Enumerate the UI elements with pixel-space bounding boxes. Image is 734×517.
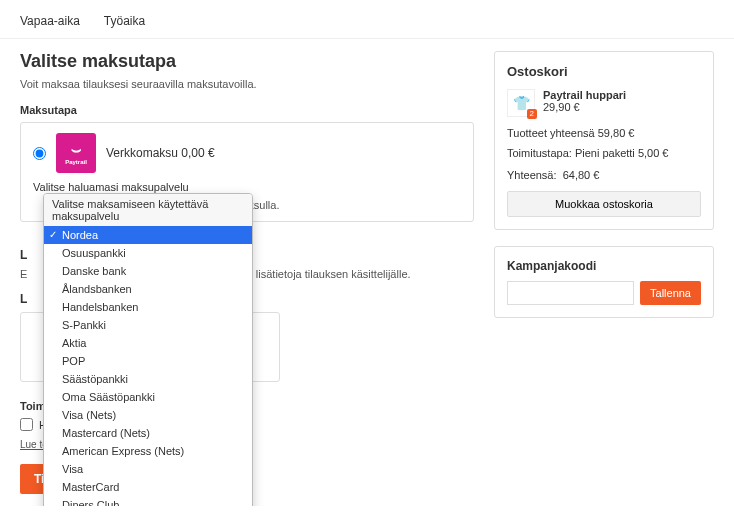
dropdown-option[interactable]: Säästöpankki [44, 370, 252, 388]
dropdown-option[interactable]: Visa (Nets) [44, 406, 252, 424]
accept-terms-checkbox[interactable] [20, 418, 33, 431]
dropdown-header: Valitse maksamiseen käytettävä maksupalv… [44, 194, 252, 226]
cart-box: Ostoskori 👕 2 Paytrail huppari 29,90 € T… [494, 51, 714, 230]
page-title: Valitse maksutapa [20, 51, 474, 72]
nav-tyoaika[interactable]: Työaika [104, 14, 145, 28]
cart-title: Ostoskori [507, 64, 701, 79]
payment-method-box: ⌣ Paytrail Verkkomaksu 0,00 € Valitse ha… [20, 122, 474, 222]
paytrail-logo-icon: ⌣ Paytrail [56, 133, 96, 173]
dropdown-option[interactable]: Nordea [44, 226, 252, 244]
cart-item-row: 👕 2 Paytrail huppari 29,90 € [507, 89, 701, 117]
promo-code-input[interactable] [507, 281, 634, 305]
dropdown-option[interactable]: Diners Club [44, 496, 252, 506]
payment-radio-label: Verkkomaksu 0,00 € [106, 146, 215, 160]
dropdown-option[interactable]: Danske bank [44, 262, 252, 280]
dropdown-option[interactable]: Ålandsbanken [44, 280, 252, 298]
dropdown-option[interactable]: S-Pankki [44, 316, 252, 334]
cart-item-price: 29,90 € [543, 101, 626, 113]
dropdown-option[interactable]: Mastercard (Nets) [44, 424, 252, 442]
dropdown-option[interactable]: Visa [44, 460, 252, 478]
dropdown-option[interactable]: Osuuspankki [44, 244, 252, 262]
modify-cart-button[interactable]: Muokkaa ostoskoria [507, 191, 701, 217]
nav-vapaa-aika[interactable]: Vapaa-aika [20, 14, 80, 28]
cart-item-name: Paytrail huppari [543, 89, 626, 101]
promo-save-button[interactable]: Tallenna [640, 281, 701, 305]
cart-subtotal: Tuotteet yhteensä 59,80 € [507, 127, 701, 139]
cart-total: Yhteensä: 64,80 € [507, 169, 701, 181]
cart-shipping: Toimitustapa: Pieni paketti 5,00 € [507, 147, 701, 159]
dropdown-option[interactable]: POP [44, 352, 252, 370]
promo-box: Kampanjakoodi Tallenna [494, 246, 714, 318]
payment-section-label: Maksutapa [20, 104, 474, 116]
cart-item-thumb: 👕 2 [507, 89, 535, 117]
dropdown-option[interactable]: Oma Säästöpankki [44, 388, 252, 406]
payment-select-label: Valitse haluamasi maksupalvelu [33, 181, 461, 193]
dropdown-option[interactable]: Handelsbanken [44, 298, 252, 316]
promo-title: Kampanjakoodi [507, 259, 701, 273]
dropdown-option[interactable]: Aktia [44, 334, 252, 352]
top-nav: Vapaa-aika Työaika [0, 0, 734, 39]
page-subtitle: Voit maksaa tilauksesi seuraavilla maksu… [20, 78, 474, 90]
dropdown-option[interactable]: American Express (Nets) [44, 442, 252, 460]
dropdown-option[interactable]: MasterCard [44, 478, 252, 496]
payment-service-dropdown[interactable]: Valitse maksamiseen käytettävä maksupalv… [43, 193, 253, 506]
cart-qty-badge: 2 [527, 109, 537, 119]
payment-radio-verkkomaksu[interactable] [33, 147, 46, 160]
payment-note: maksulla. [233, 199, 461, 211]
